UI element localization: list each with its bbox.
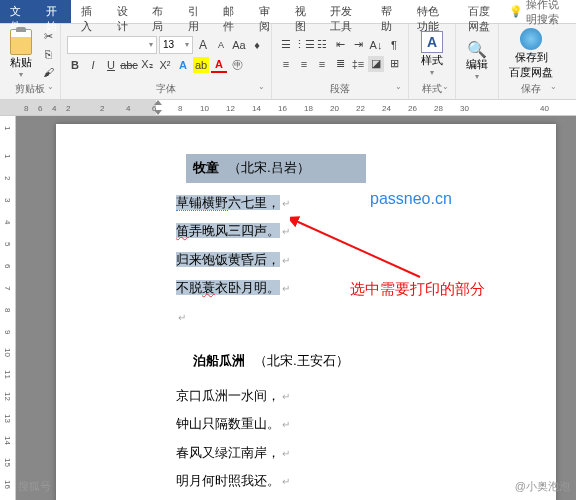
blank-para xyxy=(176,303,456,317)
styles-label: 样式 xyxy=(421,53,443,68)
font-color-icon[interactable]: A xyxy=(211,57,227,73)
tab-home[interactable]: 开始 xyxy=(36,0,72,23)
group-label-clipboard: 剪贴板 xyxy=(4,82,56,97)
text-effects-icon[interactable]: A xyxy=(175,57,191,73)
justify-icon[interactable]: ≣ xyxy=(332,56,348,72)
group-label-save: 保存 xyxy=(503,82,559,97)
tab-layout[interactable]: 布局 xyxy=(142,0,178,23)
clipboard-icon xyxy=(10,29,32,55)
tab-file[interactable]: 文件 xyxy=(0,0,36,23)
tell-me-search[interactable]: 💡 操作说明搜索 xyxy=(509,0,576,23)
chevron-down-icon: ▾ xyxy=(19,70,23,79)
clear-format-icon[interactable]: ♦ xyxy=(249,37,265,53)
group-styles: A 样式 ▾ 样式 xyxy=(409,24,456,99)
font-family-select[interactable]: ▾ xyxy=(67,36,157,54)
cut-icon[interactable]: ✂ xyxy=(40,28,56,44)
watermark-author: @小奥泡泡 xyxy=(515,479,570,494)
highlight-icon[interactable]: ab xyxy=(193,57,209,73)
watermark-source: 搜狐号 xyxy=(18,479,51,494)
align-right-icon[interactable]: ≡ xyxy=(314,56,330,72)
poem1-title: 牧童 （北宋.吕岩） xyxy=(176,154,456,183)
cloud-save-icon xyxy=(520,28,542,50)
group-edit: 🔍 编辑 ▾ xyxy=(456,24,499,99)
poem1-line-1: 草铺横野六七里， xyxy=(176,189,456,218)
multilevel-icon[interactable]: ☷ xyxy=(314,37,330,53)
page-scroll[interactable]: 牧童 （北宋.吕岩） 草铺横野六七里， 笛弄晚风三四声。 归来饱饭黄昏后， 不脱… xyxy=(16,116,576,500)
copy-icon[interactable]: ⎘ xyxy=(40,46,56,62)
document-area: 1 1 2 3 4 5 6 7 8 9 10 11 12 13 14 15 16… xyxy=(0,116,576,500)
tab-view[interactable]: 视图 xyxy=(285,0,321,23)
tab-design[interactable]: 设计 xyxy=(107,0,143,23)
chevron-down-icon: ▾ xyxy=(430,68,434,77)
font-size-select[interactable]: 13▾ xyxy=(159,36,193,54)
poem2-line-1: 京口瓜洲一水间， xyxy=(176,382,456,411)
strikethrough-button[interactable]: abc xyxy=(121,57,137,73)
document-page[interactable]: 牧童 （北宋.吕岩） 草铺横野六七里， 笛弄晚风三四声。 归来饱饭黄昏后， 不脱… xyxy=(56,124,556,500)
enclose-char-icon[interactable]: ㊥ xyxy=(229,57,245,73)
group-font: ▾ 13▾ A A Aa ♦ B I U abc X₂ X² A ab A xyxy=(61,24,272,99)
superscript-button[interactable]: X² xyxy=(157,57,173,73)
poem1-line-4: 不脱蓑衣卧月明。 xyxy=(176,274,456,303)
subscript-button[interactable]: X₂ xyxy=(139,57,155,73)
group-label-styles: 样式 xyxy=(413,82,451,97)
shrink-font-icon[interactable]: A xyxy=(213,37,229,53)
group-label-paragraph: 段落 xyxy=(276,82,404,97)
tell-me-label: 操作说明搜索 xyxy=(526,0,568,27)
borders-icon[interactable]: ⊞ xyxy=(386,56,402,72)
format-painter-icon[interactable]: 🖌 xyxy=(40,64,56,80)
ribbon: 粘贴 ▾ ✂ ⎘ 🖌 剪贴板 ▾ 13▾ A A Aa ♦ xyxy=(0,24,576,100)
bullets-icon[interactable]: ☰ xyxy=(278,37,294,53)
group-label-font: 字体 xyxy=(65,82,267,97)
tab-mail[interactable]: 邮件 xyxy=(213,0,249,23)
increase-indent-icon[interactable]: ⇥ xyxy=(350,37,366,53)
group-label-edit xyxy=(460,96,494,97)
numbering-icon[interactable]: ⋮☰ xyxy=(296,37,312,53)
tab-insert[interactable]: 插入 xyxy=(71,0,107,23)
paste-button[interactable]: 粘贴 ▾ xyxy=(4,27,38,81)
save-label-2: 百度网盘 xyxy=(509,65,553,80)
align-center-icon[interactable]: ≡ xyxy=(296,56,312,72)
poem2-line-4: 明月何时照我还。 xyxy=(176,467,456,496)
find-icon: 🔍 xyxy=(469,41,485,57)
line-spacing-icon[interactable]: ‡≡ xyxy=(350,56,366,72)
edit-label: 编辑 xyxy=(466,57,488,72)
tab-devtools[interactable]: 开发工具 xyxy=(320,0,371,23)
change-case-icon[interactable]: Aa xyxy=(231,37,247,53)
group-paragraph: ☰ ⋮☰ ☷ ⇤ ⇥ A↓ ¶ ≡ ≡ ≡ ≣ ‡≡ ◪ ⊞ xyxy=(272,24,409,99)
show-marks-icon[interactable]: ¶ xyxy=(386,37,402,53)
edit-button[interactable]: 🔍 编辑 ▾ xyxy=(460,39,494,83)
poem2-title: 泊船瓜洲 （北宋.王安石） xyxy=(176,347,456,376)
poem2-line-3: 春风又绿江南岸， xyxy=(176,439,456,468)
styles-icon: A xyxy=(421,31,443,53)
decrease-indent-icon[interactable]: ⇤ xyxy=(332,37,348,53)
poem2-line-2: 钟山只隔数重山。 xyxy=(176,410,456,439)
save-baidu-button[interactable]: 保存到 百度网盘 xyxy=(503,26,559,82)
sort-icon[interactable]: A↓ xyxy=(368,37,384,53)
tab-review[interactable]: 审阅 xyxy=(249,0,285,23)
bold-button[interactable]: B xyxy=(67,57,83,73)
save-label-1: 保存到 xyxy=(515,50,548,65)
align-left-icon[interactable]: ≡ xyxy=(278,56,294,72)
grow-font-icon[interactable]: A xyxy=(195,37,211,53)
styles-button[interactable]: A 样式 ▾ xyxy=(413,29,451,79)
tab-help[interactable]: 帮助 xyxy=(371,0,407,23)
chevron-down-icon: ▾ xyxy=(475,72,479,81)
ruler-vertical[interactable]: 1 1 2 3 4 5 6 7 8 9 10 11 12 13 14 15 16 xyxy=(0,116,16,500)
paste-label: 粘贴 xyxy=(10,55,32,70)
italic-button[interactable]: I xyxy=(85,57,101,73)
menu-tabs: 文件 开始 插入 设计 布局 引用 邮件 审阅 视图 开发工具 帮助 特色功能 … xyxy=(0,0,576,24)
poem1-line-2: 笛弄晚风三四声。 xyxy=(176,217,456,246)
group-save: 保存到 百度网盘 保存 xyxy=(499,24,563,99)
poem1-line-3: 归来饱饭黄昏后， xyxy=(176,246,456,275)
group-clipboard: 粘贴 ▾ ✂ ⎘ 🖌 剪贴板 xyxy=(0,24,61,99)
lightbulb-icon: 💡 xyxy=(509,5,523,18)
ruler-horizontal[interactable]: 8 6 4 2 2 4 6 8 10 12 14 16 18 20 22 24 … xyxy=(0,100,576,116)
tab-baidu[interactable]: 百度网盘 xyxy=(458,0,509,23)
tab-special[interactable]: 特色功能 xyxy=(407,0,458,23)
tab-references[interactable]: 引用 xyxy=(178,0,214,23)
shading-icon[interactable]: ◪ xyxy=(368,56,384,72)
underline-button[interactable]: U xyxy=(103,57,119,73)
